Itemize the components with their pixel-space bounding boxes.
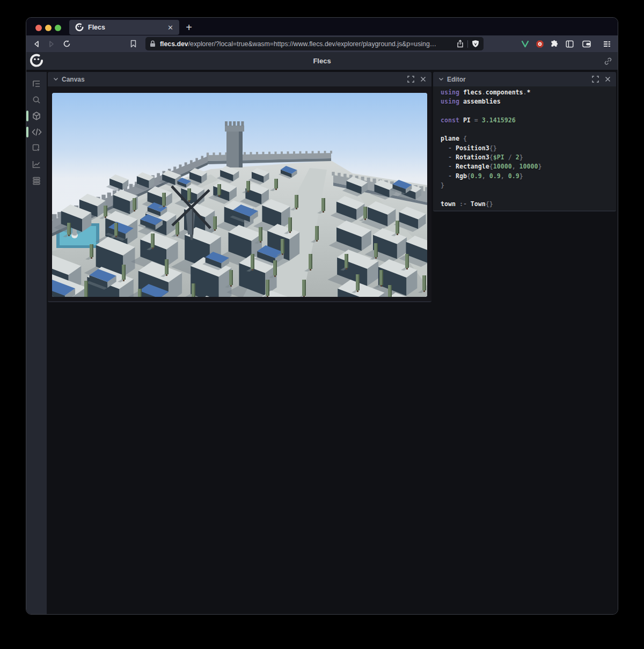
url-text: flecs.dev/explorer/?local=true&wasm=http… (160, 40, 457, 48)
inspect-icon[interactable] (26, 140, 47, 156)
extensions-puzzle-icon[interactable] (548, 35, 560, 52)
tab-bar: Flecs ✕ + (26, 18, 618, 35)
window-close-button[interactable] (35, 25, 42, 31)
browser-window: Flecs ✕ + flecs.dev/explorer/?local=true… (26, 17, 618, 615)
new-tab-button[interactable]: + (181, 20, 196, 35)
canvas-collapse-chevron-icon[interactable] (53, 77, 58, 81)
flecs-favicon (75, 23, 84, 32)
url-separator (467, 40, 468, 48)
tab-title: Flecs (88, 24, 163, 31)
shield-icon[interactable] (472, 40, 479, 48)
reload-button[interactable] (61, 35, 72, 52)
tree-view-icon[interactable] (26, 76, 47, 92)
canvas-3d-viewport[interactable] (52, 93, 427, 297)
entities-cube-icon[interactable] (26, 108, 47, 124)
canvas-panel-header: Canvas (48, 72, 431, 86)
stats-chart-icon[interactable] (26, 156, 47, 172)
permalink-icon[interactable] (604, 57, 612, 65)
editor-panel-title: Editor (447, 76, 466, 83)
window-minimize-button[interactable] (45, 25, 52, 31)
town-3d-scene (52, 93, 427, 297)
adblock-icon[interactable] (534, 35, 546, 52)
lock-icon (150, 40, 156, 47)
app-header: Flecs (26, 52, 618, 70)
bookmark-icon[interactable] (127, 35, 139, 52)
search-icon[interactable] (26, 92, 47, 108)
browser-toolbar: flecs.dev/explorer/?local=true&wasm=http… (26, 35, 618, 52)
app-title: Flecs (26, 52, 618, 70)
queries-list-icon[interactable] (26, 173, 47, 189)
menu-icon[interactable] (601, 35, 613, 52)
share-icon[interactable] (457, 40, 464, 48)
tab-close-icon[interactable]: ✕ (167, 24, 173, 31)
forward-button[interactable] (46, 35, 57, 52)
browser-tab[interactable]: Flecs ✕ (69, 20, 179, 35)
canvas-close-icon[interactable] (420, 76, 426, 82)
window-zoom-button[interactable] (55, 25, 61, 31)
code-editor-icon[interactable] (26, 124, 47, 140)
editor-panel: Editor using flecs.components.*using ass… (433, 72, 616, 212)
editor-fullscreen-icon[interactable] (592, 76, 599, 83)
back-button[interactable] (31, 35, 42, 52)
editor-code[interactable]: using flecs.components.*using assemblies… (433, 86, 616, 210)
app-sidebar (26, 72, 47, 614)
vue-devtools-icon[interactable] (519, 35, 531, 52)
editor-close-icon[interactable] (605, 76, 611, 82)
sidebar-toggle-icon[interactable] (564, 35, 575, 52)
editor-panel-header: Editor (433, 72, 616, 86)
wallet-icon[interactable] (581, 35, 592, 52)
active-indicator-entities (26, 111, 28, 121)
app-main: Canvas Editor using flecs.components.*us… (26, 70, 618, 614)
canvas-panel: Canvas (48, 72, 431, 302)
url-bar[interactable]: flecs.dev/explorer/?local=true&wasm=http… (145, 37, 484, 50)
canvas-fullscreen-icon[interactable] (407, 76, 414, 83)
active-indicator-editor (26, 127, 28, 137)
canvas-panel-title: Canvas (62, 76, 85, 83)
editor-collapse-chevron-icon[interactable] (438, 77, 444, 81)
